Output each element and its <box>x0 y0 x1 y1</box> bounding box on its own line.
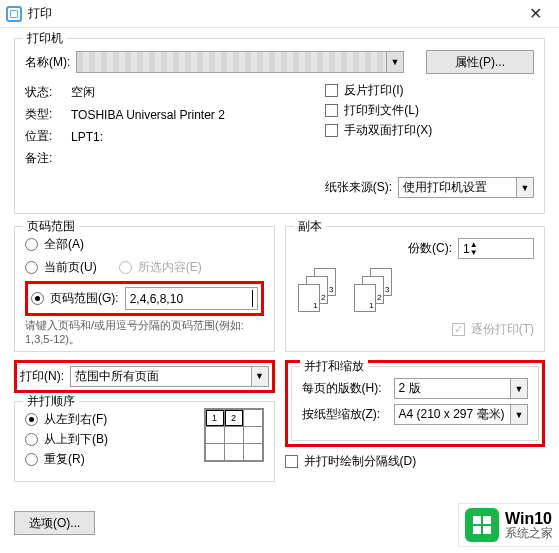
location-value: LPT1: <box>71 130 103 144</box>
scale-legend: 并打和缩放 <box>300 358 368 375</box>
order-repeat-radio[interactable]: 重复(R) <box>25 451 196 468</box>
highlight-range: 页码范围(G): 2,4,6,8,10 <box>25 281 264 316</box>
page-range-input[interactable]: 2,4,6,8,10 <box>125 287 258 310</box>
chevron-down-icon: ▼ <box>386 52 403 72</box>
print-what-dropdown[interactable]: 范围中所有页面 ▼ <box>70 366 269 387</box>
copies-label: 份数(C): <box>408 240 452 257</box>
copies-legend: 副本 <box>294 218 326 235</box>
windows-icon <box>465 508 499 542</box>
chevron-down-icon: ▼ <box>516 178 533 197</box>
window-title: 打印 <box>28 5 515 22</box>
properties-button[interactable]: 属性(P)... <box>426 50 534 74</box>
paper-source-dropdown[interactable]: 使用打印机设置 ▼ <box>398 177 534 198</box>
chevron-down-icon: ▼ <box>251 367 268 386</box>
nup-preview-icon: 12 <box>204 408 264 462</box>
copies-spinner[interactable]: 1 ▲▼ <box>458 238 534 259</box>
printer-group: 打印机 名称(M): ▼ 属性(P)... 状态:空闲 类型:TOSHIBA U… <box>14 38 545 214</box>
comment-label: 备注: <box>25 150 65 167</box>
print-to-file-checkbox[interactable]: 打印到文件(L) <box>325 102 534 119</box>
pages-selection-radio: 所选内容(E) <box>119 259 202 276</box>
name-label: 名称(M): <box>25 54 70 71</box>
print-order-legend: 并打顺序 <box>23 393 79 410</box>
options-button[interactable]: 选项(O)... <box>14 511 95 535</box>
pages-per-sheet-label: 每页的版数(H): <box>302 380 388 397</box>
page-range-hint: 请键入页码和/或用逗号分隔的页码范围(例如: 1,3,5-12)。 <box>25 318 264 347</box>
pages-per-sheet-dropdown[interactable]: 2 版▼ <box>394 378 529 399</box>
chevron-down-icon: ▼ <box>510 379 527 398</box>
location-label: 位置: <box>25 128 65 145</box>
page-range-group: 页码范围 全部(A) 当前页(U) 所选内容(E) 页码范围(G): 2,4,6… <box>14 226 275 352</box>
paper-source-label: 纸张来源(S): <box>325 179 392 196</box>
pages-range-radio[interactable]: 页码范围(G): 2,4,6,8,10 <box>31 287 258 310</box>
reverse-checkbox[interactable]: 反片打印(I) <box>325 82 534 99</box>
watermark: Win10 系统之家 <box>458 503 559 547</box>
manual-duplex-checkbox[interactable]: 手动双面打印(X) <box>325 122 534 139</box>
collate-preview-icon: 321 321 <box>296 264 535 318</box>
scale-to-paper-dropdown[interactable]: A4 (210 x 297 毫米)▼ <box>394 404 529 425</box>
chevron-down-icon: ▼ <box>510 405 527 424</box>
highlight-scale: 并打和缩放 每页的版数(H): 2 版▼ 按纸型缩放(Z): A4 (210 x… <box>285 360 546 447</box>
collate-checkbox: ✓逐份打印(T) <box>296 321 535 338</box>
draw-lines-checkbox[interactable]: 并打时绘制分隔线(D) <box>285 453 546 470</box>
order-lr-radio[interactable]: 从左到右(F) <box>25 411 196 428</box>
print-what-label: 打印(N): <box>20 368 64 385</box>
app-icon <box>6 6 22 22</box>
status-label: 状态: <box>25 84 65 101</box>
print-order-group: 并打顺序 从左到右(F) 从上到下(B) 重复(R) 12 <box>14 401 275 482</box>
order-tb-radio[interactable]: 从上到下(B) <box>25 431 196 448</box>
pages-all-radio[interactable]: 全部(A) <box>25 236 264 253</box>
type-value: TOSHIBA Universal Printer 2 <box>71 108 225 122</box>
watermark-line2: 系统之家 <box>505 527 553 540</box>
type-label: 类型: <box>25 106 65 123</box>
scale-group: 并打和缩放 每页的版数(H): 2 版▼ 按纸型缩放(Z): A4 (210 x… <box>291 366 540 441</box>
printer-legend: 打印机 <box>23 30 67 47</box>
printer-name-dropdown[interactable]: ▼ <box>76 51 404 73</box>
scale-to-paper-label: 按纸型缩放(Z): <box>302 406 388 423</box>
status-value: 空闲 <box>71 84 95 101</box>
page-range-legend: 页码范围 <box>23 218 79 235</box>
copies-group: 副本 份数(C): 1 ▲▼ 321 321 ✓逐份打印(T) <box>285 226 546 352</box>
spinner-icon[interactable]: ▲▼ <box>470 241 485 257</box>
watermark-line1: Win10 <box>505 510 553 528</box>
highlight-print-what: 打印(N): 范围中所有页面 ▼ <box>14 360 275 393</box>
pages-current-radio[interactable]: 当前页(U) <box>25 259 97 276</box>
close-icon[interactable]: ✕ <box>515 0 555 27</box>
